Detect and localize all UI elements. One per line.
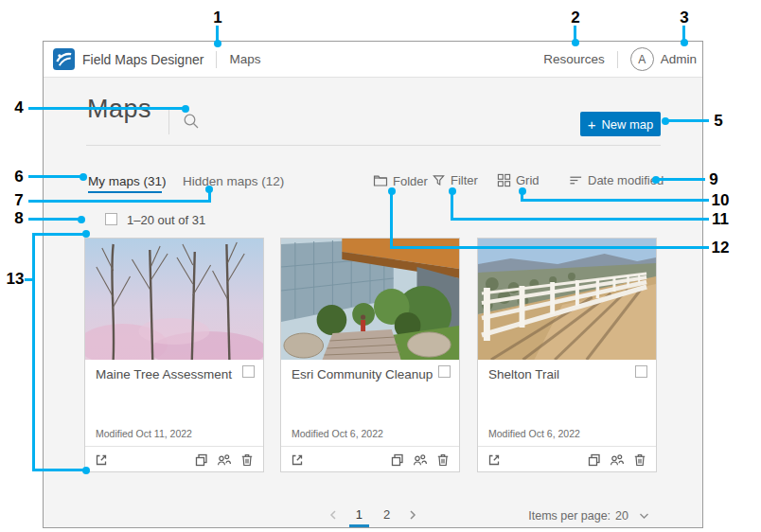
- callout-number-4: 4: [14, 98, 23, 117]
- callout-dot: [681, 39, 688, 46]
- callout-number-8: 8: [14, 209, 23, 228]
- items-per-page-label: Items per page:: [528, 509, 611, 523]
- open-map-icon[interactable]: [94, 452, 109, 468]
- selection-count-label: 1–20 out of 31: [127, 213, 205, 227]
- nav-maps[interactable]: Maps: [229, 52, 260, 66]
- sort-icon: [569, 173, 583, 187]
- card-actions: [587, 452, 647, 468]
- delete-icon[interactable]: [632, 452, 647, 468]
- screenshot-canvas: Field Maps Designer Maps Resources A Adm…: [0, 0, 761, 532]
- card-footer: [281, 447, 459, 472]
- map-card-maine-tree-assessment[interactable]: Maine Tree Assessment Modified Oct 11, 2…: [84, 238, 264, 472]
- header-right: Resources A Admin: [543, 47, 702, 71]
- title-rule: [86, 145, 661, 146]
- items-per-page-select[interactable]: Items per page: 20: [528, 509, 649, 523]
- card-body: Esri Community Cleanup Modified Oct 6, 2…: [281, 360, 459, 447]
- card-body: Shelton Trail Modified Oct 6, 2022: [478, 360, 656, 447]
- sort-button[interactable]: Date modified: [569, 173, 664, 187]
- callout-line: [665, 119, 709, 122]
- callout-dot: [78, 216, 85, 223]
- callout-number-6: 6: [14, 168, 23, 186]
- callout-number-9: 9: [709, 170, 717, 189]
- open-map-icon[interactable]: [290, 452, 305, 468]
- callout-line: [522, 199, 709, 202]
- delete-icon[interactable]: [435, 452, 451, 468]
- card-checkbox[interactable]: [438, 365, 451, 378]
- grid-icon: [497, 173, 511, 187]
- card-checkbox[interactable]: [635, 365, 647, 378]
- grid-view-button[interactable]: Grid: [497, 173, 540, 187]
- card-title: Shelton Trail: [488, 367, 559, 381]
- callout-line: [656, 178, 705, 181]
- duplicate-icon[interactable]: [587, 452, 602, 468]
- open-map-icon[interactable]: [487, 452, 502, 468]
- filter-icon: [432, 173, 446, 187]
- callout-line: [392, 246, 709, 249]
- share-group-icon[interactable]: [610, 452, 625, 468]
- callout-dot: [82, 467, 90, 474]
- app-title: Field Maps Designer: [82, 52, 204, 67]
- duplicate-icon[interactable]: [390, 452, 405, 468]
- delete-icon[interactable]: [239, 452, 255, 468]
- card-checkbox[interactable]: [242, 365, 255, 378]
- tab-hidden-maps[interactable]: Hidden maps (12): [183, 174, 284, 188]
- callout-line: [34, 233, 86, 236]
- callout-dot: [519, 187, 526, 195]
- user-menu[interactable]: Admin: [661, 52, 697, 66]
- callout-dot: [388, 187, 396, 195]
- callout-line: [28, 218, 81, 221]
- esri-logo-icon: [53, 48, 75, 70]
- callout-line: [390, 191, 393, 249]
- chevron-down-icon: [639, 512, 649, 520]
- callout-number-3: 3: [680, 9, 688, 27]
- callout-dot: [205, 186, 213, 193]
- card-title: Maine Tree Assessment: [96, 367, 232, 381]
- callout-dot: [82, 230, 90, 238]
- search-icon[interactable]: [182, 112, 201, 131]
- callout-number-1: 1: [213, 9, 221, 27]
- callout-number-2: 2: [571, 9, 579, 27]
- header-divider: [216, 51, 217, 68]
- new-map-label: New map: [601, 117, 653, 132]
- folder-icon: [373, 173, 388, 188]
- card-footer: [85, 447, 263, 472]
- duplicate-icon[interactable]: [194, 452, 209, 468]
- map-card-esri-community-cleanup[interactable]: Esri Community Cleanup Modified Oct 6, 2…: [280, 238, 460, 472]
- map-card-shelton-trail[interactable]: Shelton Trail Modified Oct 6, 2022: [477, 238, 657, 472]
- callout-line: [34, 469, 86, 471]
- callout-dot: [652, 176, 660, 184]
- card-modified-date: Modified Oct 6, 2022: [292, 428, 383, 439]
- title-divider: [168, 110, 169, 134]
- previous-page-icon[interactable]: [327, 509, 339, 521]
- select-all-checkbox[interactable]: [105, 213, 117, 225]
- card-thumbnail-trail: [478, 239, 656, 360]
- card-thumbnail-building: [281, 239, 459, 360]
- callout-dot: [572, 39, 579, 46]
- share-group-icon[interactable]: [217, 452, 232, 468]
- card-actions: [194, 452, 255, 468]
- callout-number-11: 11: [712, 210, 729, 229]
- app-header: Field Maps Designer Maps Resources A Adm…: [44, 42, 702, 78]
- card-actions: [390, 452, 451, 468]
- callout-line: [28, 175, 83, 178]
- items-per-page-value: 20: [615, 509, 628, 523]
- next-page-icon[interactable]: [407, 509, 418, 521]
- callout-line: [32, 233, 35, 471]
- page-1-button[interactable]: 1: [352, 505, 366, 523]
- callout-number-10: 10: [712, 191, 730, 210]
- avatar[interactable]: A: [630, 47, 654, 71]
- nav-resources[interactable]: Resources: [543, 52, 605, 66]
- share-group-icon[interactable]: [413, 452, 428, 468]
- callout-number-5: 5: [714, 112, 722, 131]
- callout-number-13: 13: [7, 270, 25, 289]
- callout-dot: [214, 40, 221, 47]
- new-map-button[interactable]: + New map: [580, 112, 661, 136]
- folder-button[interactable]: Folder: [373, 173, 428, 188]
- plus-icon: +: [588, 116, 596, 133]
- page-2-button[interactable]: 2: [380, 505, 394, 523]
- filter-button[interactable]: Filter: [432, 173, 478, 187]
- callout-dot: [662, 117, 669, 125]
- card-footer: [478, 447, 656, 472]
- tab-my-maps[interactable]: My maps (31): [88, 174, 167, 188]
- folder-label: Folder: [393, 174, 428, 188]
